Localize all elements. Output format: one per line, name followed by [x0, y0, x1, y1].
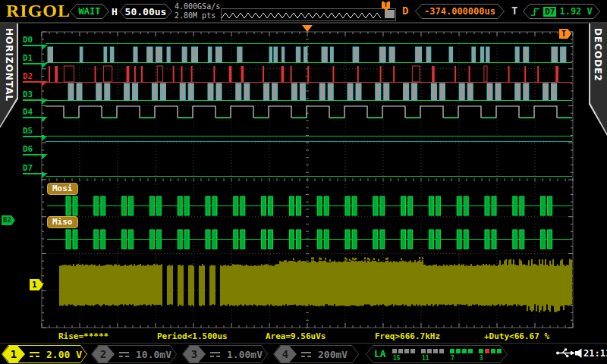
channel3-scale: 1.00mV	[227, 349, 263, 360]
channel-position-arrow-icon	[42, 45, 48, 50]
la-group-number: 7	[451, 355, 454, 362]
channel-position-arrow-icon	[42, 99, 48, 105]
channel3-status-button[interactable]: 3 1.00mV	[182, 345, 268, 363]
dc-coupling-icon	[210, 352, 220, 357]
digital-channel-text: D0	[23, 35, 33, 45]
channel2-scale: 10.0mV	[136, 349, 171, 360]
dc-coupling-icon	[301, 352, 311, 357]
channel4-scale: 200mV	[318, 349, 348, 360]
measurement-duty: +Duty<66.67 %	[484, 331, 549, 341]
digital-channel-label-d6[interactable]: D6	[23, 145, 42, 155]
digital-channel-label-d0[interactable]: D0	[23, 36, 42, 46]
dc-coupling-icon	[30, 352, 39, 357]
channel4-status-button[interactable]: 4 200mV	[273, 345, 359, 363]
measurement-freq: Freq>666.7kHz	[375, 331, 440, 341]
digital-channel-text: D7	[23, 163, 33, 173]
oscilloscope-screen: RIGOL WAIT H 50.00us 4.000GSa/s 2.80M pt…	[0, 0, 607, 364]
la-group-number: 3	[480, 355, 483, 362]
channel1-scale: 2.00 V	[46, 349, 82, 360]
la-bit-square	[485, 349, 489, 353]
digital-channel-label-d5[interactable]: D5	[23, 127, 42, 137]
speaker-icon	[575, 348, 583, 359]
la-label: LA	[374, 348, 386, 359]
la-bit-square	[497, 349, 502, 353]
waveform-display	[0, 0, 607, 364]
la-group-number: 15	[393, 355, 401, 362]
la-bit-square	[479, 349, 483, 353]
digital-channel-text: D2	[23, 71, 33, 81]
channel-position-arrow-icon	[42, 81, 48, 86]
la-bit-square	[491, 349, 495, 353]
la-bit-square	[392, 349, 397, 353]
channel-position-arrow-icon	[42, 63, 48, 68]
digital-channel-label-d7[interactable]: D7	[23, 164, 42, 174]
la-group-number: 11	[422, 355, 429, 362]
dc-coupling-icon	[119, 352, 129, 357]
digital-channel-text: D1	[23, 53, 33, 63]
la-bit-square	[433, 349, 438, 353]
channel-position-arrow-icon	[42, 154, 48, 159]
digital-channel-label-d4[interactable]: D4	[23, 108, 42, 118]
measurement-area: Area=9.56uVs	[266, 331, 326, 341]
digital-channel-text: D3	[23, 89, 33, 99]
la-bit-square	[450, 349, 454, 353]
bus-label-mosi[interactable]: Mosi	[47, 183, 78, 195]
la-bit-square	[404, 349, 409, 353]
la-bit-square	[456, 349, 461, 353]
system-clock: 21:11	[583, 348, 607, 359]
channel-position-arrow-icon	[42, 136, 48, 141]
digital-channel-label-d1[interactable]: D1	[23, 54, 42, 64]
digital-channel-text: D4	[23, 107, 33, 117]
channel1-status-button[interactable]: 1 2.00 V	[2, 345, 87, 363]
la-bit-square	[439, 349, 444, 353]
measurement-rise: Rise=*****	[58, 331, 109, 341]
la-bit-square	[398, 349, 403, 353]
la-bit-square	[410, 349, 415, 353]
digital-channel-text: D6	[23, 144, 33, 154]
digital-channel-label-d3[interactable]: D3	[23, 90, 42, 101]
channel-position-arrow-icon	[42, 117, 48, 122]
la-bit-square	[462, 349, 467, 353]
trigger-position-marker[interactable]	[302, 25, 313, 32]
bus-label-miso[interactable]: Miso	[47, 216, 78, 228]
channel2-status-button[interactable]: 2 10.0mV	[91, 345, 177, 363]
usb-icon	[555, 348, 576, 358]
channel-position-arrow-icon	[42, 173, 48, 178]
logic-analyzer-status-button[interactable]: LA 151173	[366, 345, 508, 363]
la-bit-square	[468, 349, 473, 353]
digital-channel-text: D5	[23, 126, 33, 136]
digital-channel-label-d2[interactable]: D2	[23, 72, 42, 83]
footer-divider	[0, 343, 607, 344]
measurement-period: Period<1.500us	[157, 331, 228, 341]
la-bit-square	[427, 349, 432, 353]
la-bit-square	[421, 349, 426, 353]
